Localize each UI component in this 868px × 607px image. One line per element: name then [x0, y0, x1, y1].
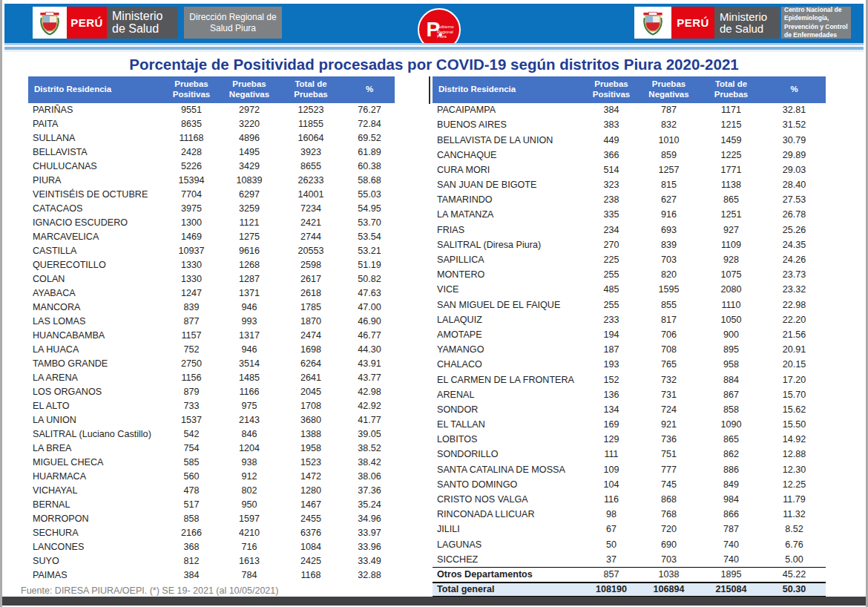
table-row: LOBITOS12973686514.92	[433, 433, 826, 447]
table-row: LOS ORGANOS8791166204542.98	[28, 385, 395, 399]
value-cell: 24.35	[763, 238, 826, 253]
table-row: LAGUNAS506907406.76	[433, 537, 826, 552]
value-cell: 134	[585, 403, 638, 418]
value-cell: 233	[585, 313, 638, 328]
table-row: PAIMAS384784116832.88	[28, 568, 395, 583]
value-cell: 865	[700, 433, 763, 447]
value-cell: 11855	[277, 117, 344, 131]
value-cell: 1225	[700, 148, 763, 163]
table-row: ARENAL13673186715.70	[433, 388, 826, 403]
value-cell: 2045	[277, 385, 344, 399]
value-cell: 1330	[162, 272, 221, 286]
value-cell: 768	[638, 508, 700, 522]
value-cell: 478	[162, 484, 221, 498]
value-cell: 46.77	[344, 329, 395, 343]
value-cell: 855	[638, 298, 700, 312]
value-cell: 1330	[162, 258, 221, 272]
col-header-positivas: Pruebas Positivas	[585, 76, 638, 103]
value-cell: 812	[162, 554, 221, 568]
value-cell: 1771	[700, 163, 763, 178]
value-cell: 12.25	[763, 478, 826, 493]
district-cell: CHALACO	[433, 358, 585, 373]
value-cell: 25.26	[763, 223, 826, 238]
district-cell: CHULUCANAS	[28, 160, 162, 174]
value-cell: 5226	[162, 160, 221, 174]
value-cell: 627	[638, 193, 700, 208]
value-cell: 1287	[221, 272, 277, 286]
table-row: BUENOS AIRES383832121531.52	[433, 118, 826, 133]
peru-label: PERÚ	[67, 7, 107, 39]
value-cell: 4896	[221, 131, 277, 145]
value-cell: 2080	[700, 283, 763, 298]
value-cell: 560	[162, 470, 221, 484]
value-cell: 5.00	[763, 553, 826, 568]
value-cell: 1472	[277, 470, 344, 484]
value-cell: 862	[700, 447, 763, 462]
value-cell: 23.73	[763, 268, 826, 283]
table-row: SANTA CATALINA DE MOSSA10977788612.30	[433, 463, 826, 478]
value-cell: 740	[700, 537, 763, 552]
value-cell: 20.15	[763, 358, 826, 373]
value-cell: 927	[700, 223, 763, 238]
value-cell: 912	[221, 470, 277, 484]
value-cell: 724	[638, 403, 700, 418]
value-cell: 1050	[700, 313, 763, 328]
value-cell: 6297	[221, 188, 277, 202]
value-cell: 152	[585, 373, 638, 387]
value-cell: 1138	[700, 178, 763, 193]
table-row: IGNACIO ESCUDERO13001121242153.70	[28, 216, 395, 230]
value-cell: 12523	[277, 103, 344, 117]
value-cell: 384	[162, 568, 221, 583]
value-cell: 752	[162, 343, 221, 357]
district-cell: LA ARENA	[28, 371, 162, 385]
table-row: SAN JUAN DE BIGOTE323815113828.40	[433, 178, 826, 193]
value-cell: 1597	[221, 512, 277, 526]
table-row: BERNAL517950146735.24	[28, 498, 395, 512]
value-cell: 1708	[277, 399, 344, 413]
district-cell: SICCHEZ	[433, 553, 585, 568]
logo-label: Gobierno Regional Piura	[437, 24, 455, 39]
value-cell: 690	[638, 537, 700, 552]
value-cell: 35.24	[344, 498, 395, 512]
table-row: LA ARENA11561485264143.77	[28, 371, 395, 385]
value-cell: 22.20	[763, 313, 826, 328]
value-cell: 15.62	[763, 403, 826, 418]
value-cell: 1371	[221, 286, 277, 301]
value-cell: 104	[585, 478, 638, 493]
value-cell: 50.30	[763, 583, 826, 597]
header-stripes	[4, 43, 864, 52]
value-cell: 383	[585, 118, 638, 133]
value-cell: 1958	[277, 442, 344, 456]
col-header-pct: %	[344, 76, 395, 103]
value-cell: 817	[638, 313, 700, 328]
value-cell: 733	[162, 399, 221, 413]
col-header-distrito: Distrito Residencia	[28, 76, 162, 103]
table-row: CASTILLA1093796162055353.21	[28, 244, 395, 258]
value-cell: 20553	[277, 244, 344, 258]
district-cell: SALITRAL (Luciano Castillo)	[28, 427, 162, 442]
value-cell: 1157	[162, 329, 221, 343]
value-cell: 1485	[221, 371, 277, 385]
value-cell: 29.03	[763, 163, 826, 178]
district-cell: FRIAS	[433, 223, 585, 238]
value-cell: 14.92	[763, 433, 826, 447]
value-cell: 2750	[162, 357, 221, 371]
value-cell: 868	[638, 493, 700, 508]
table-row: MORROPON8581597245534.96	[28, 512, 395, 526]
ministry-label: Ministerio de Salud	[107, 7, 178, 39]
value-cell: 8635	[162, 117, 221, 131]
value-cell: 108190	[585, 583, 638, 597]
value-cell: 44.30	[344, 343, 395, 357]
value-cell: 136	[585, 388, 638, 403]
col-header-positivas: Pruebas Positivas	[162, 76, 221, 103]
value-cell: 765	[638, 358, 700, 373]
value-cell: 24.26	[763, 253, 826, 268]
value-cell: 1698	[277, 343, 344, 357]
district-cell: MORROPON	[28, 512, 162, 526]
value-cell: 703	[638, 553, 700, 568]
district-cell: PAIMAS	[28, 568, 162, 583]
table-row: BELLAVISTA24281495392361.89	[28, 145, 395, 160]
value-cell: 867	[700, 388, 763, 403]
value-cell: 1215	[700, 118, 763, 133]
value-cell: 1495	[221, 145, 277, 160]
